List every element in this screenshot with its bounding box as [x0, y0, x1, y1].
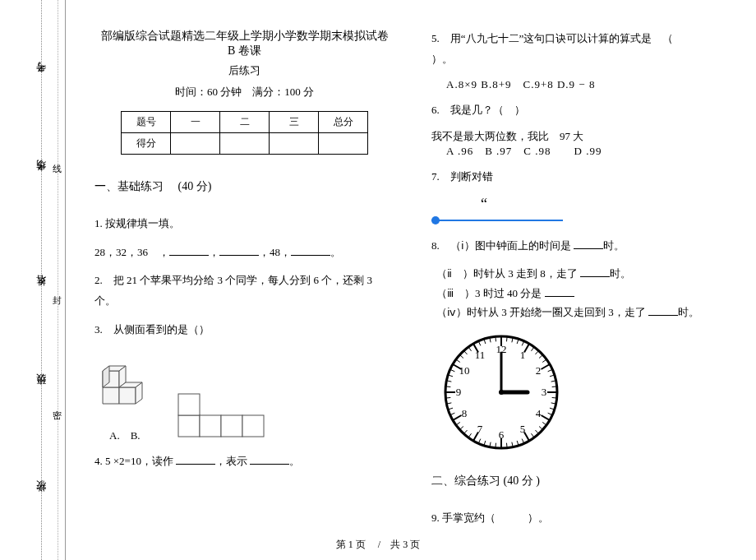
q8-4a: （ⅳ）时针从 3 开始绕一圈又走回到 3，走了 [436, 306, 646, 318]
svg-text:7: 7 [477, 423, 483, 435]
q3-options: A. B. [109, 428, 141, 443]
svg-line-31 [552, 397, 557, 398]
td-score-3 [270, 133, 319, 155]
clock-icon: 123456789101112 [440, 331, 563, 454]
binding-label-name: 姓名： [35, 280, 48, 294]
q5-paren: ）。 [431, 53, 453, 65]
svg-text:9: 9 [456, 386, 462, 398]
blank-input[interactable] [545, 285, 574, 297]
svg-text:1: 1 [520, 349, 526, 361]
clock-figure: 123456789101112 [440, 331, 731, 457]
td-score-label: 得分 [122, 133, 171, 155]
right-column: 5. 用“八九七十二”这句口诀可以计算的算式是 （）。 A.8×9 B.8+9 … [411, 0, 748, 560]
q8-4b: 时。 [678, 306, 699, 318]
td-score-1 [171, 133, 220, 155]
slider-dot-icon [431, 216, 440, 224]
binding-label-class: 班级： [35, 378, 48, 393]
score-table: 题号 一 二 三 总分 得分 [121, 111, 368, 155]
blank-input[interactable] [291, 244, 330, 256]
q8-2b: 时。 [610, 267, 631, 280]
table-row: 得分 [122, 133, 368, 155]
time-label: 时间： [175, 86, 207, 98]
th-3: 三 [270, 112, 319, 133]
th-total: 总分 [319, 112, 368, 133]
q4-prefix: 4. 5 ×2=10，读作 [94, 455, 173, 467]
blank-input[interactable] [219, 244, 259, 256]
q5-text: 5. 用“八九七十二”这句口诀可以计算的算式是 （ [431, 32, 673, 44]
svg-rect-12 [242, 415, 264, 437]
blank-input[interactable] [648, 304, 678, 316]
svg-rect-11 [221, 415, 242, 437]
q3-text: 3. 从侧面看到的是（） [94, 320, 394, 340]
q8-2a: （ⅱ ）时针从 3 走到 8，走了 [436, 267, 578, 280]
q8-rest: （ⅱ ）时针从 3 走到 8，走了 时。 （ⅲ ）3 时过 40 分是 （ⅳ）时… [436, 264, 731, 322]
svg-text:5: 5 [520, 423, 526, 435]
q6-opts: A .96 B .97 C .98 D .99 [446, 144, 731, 159]
q2-text: 2. 把 21 个苹果平均分给 3 个同学，每人分到 6 个，还剩 3 个。 [94, 271, 394, 311]
section1-heading: 一、基础练习 (40 分) [94, 179, 394, 194]
q6-text: 6. 我是几？（ ） [431, 100, 731, 121]
th-2: 二 [220, 112, 270, 133]
q4-end: 。 [289, 455, 300, 467]
svg-rect-10 [200, 415, 221, 437]
q4-mid: ，表示 [215, 455, 247, 467]
page-footer: 第 1 页 / 共 3 页 [0, 538, 756, 552]
slider-bar-icon [431, 220, 563, 221]
q8-line1: 8. （ⅰ）图中钟面上的时间是 时。 [431, 236, 731, 257]
blank-input[interactable] [580, 266, 610, 277]
q5-opts: A.8×9 B.8+9 C.9+8 D.9 − 8 [446, 77, 731, 92]
time-info: 时间：60 分钟 满分：100 分 [94, 85, 394, 100]
svg-marker-1 [119, 387, 136, 404]
svg-text:11: 11 [475, 349, 486, 361]
q6-line2: 我不是最大两位数，我比 97 大 [431, 129, 731, 144]
q3-opt-a: A. [109, 429, 120, 442]
blank-input[interactable] [176, 453, 215, 465]
blank-input[interactable] [169, 244, 209, 256]
svg-line-74 [496, 336, 496, 341]
q1-seq-prefix: 28，32，36 ， [94, 246, 169, 258]
blank-input[interactable] [574, 238, 603, 249]
binding-label-room: 考场： [35, 164, 48, 179]
svg-line-29 [552, 386, 557, 387]
exam-title: 部编版综合试题精选二年级上学期小学数学期末模拟试卷 B 卷课 [94, 29, 394, 58]
svg-line-59 [445, 397, 450, 398]
q8-1a: 8. （ⅰ）图中钟面上的时间是 [431, 239, 571, 252]
cube-figure-a-icon [94, 351, 160, 417]
blank-input[interactable] [250, 453, 289, 465]
td-score-total [319, 133, 368, 155]
svg-text:8: 8 [462, 407, 468, 419]
binding-label-school: 学校： [35, 485, 48, 500]
svg-line-16 [506, 336, 507, 341]
binding-label-examid: 考号： [35, 66, 48, 81]
q1: 1. 按规律填一填。 [94, 214, 394, 234]
q8-1b: 时。 [603, 239, 625, 252]
full-value: 100 分 [284, 86, 314, 98]
time-value: 60 分钟 [207, 86, 242, 98]
full-label: 满分： [252, 86, 284, 98]
svg-text:3: 3 [542, 386, 547, 398]
content-area: 部编版综合试题精选二年级上学期小学数学期末模拟试卷 B 卷课 后练习 时间：60… [74, 0, 748, 560]
binding-strip: 考号： 线 考场： 姓名： 封 班级： 密 学校： [0, 0, 66, 560]
svg-text:10: 10 [459, 364, 469, 377]
th-num: 题号 [122, 112, 171, 133]
q1-seq: 28，32，36 ，，，48，。 [94, 243, 394, 263]
svg-text:4: 4 [536, 407, 542, 419]
svg-line-46 [496, 442, 496, 447]
cubes-figure: A. B. [94, 348, 394, 447]
svg-line-61 [445, 386, 450, 387]
table-row: 题号 一 二 三 总分 [122, 112, 368, 133]
svg-line-44 [506, 442, 507, 447]
th-1: 一 [171, 112, 220, 133]
q5: 5. 用“八九七十二”这句口诀可以计算的算式是 （）。 [431, 29, 731, 69]
q7-quote: “ [481, 196, 731, 213]
q1-seq-mid2: ，48， [259, 246, 291, 258]
svg-text:2: 2 [536, 364, 542, 377]
q1-seq-mid: ， [209, 246, 219, 258]
q7-text: 7. 判断对错 [431, 167, 731, 187]
binding-dots-outer [58, 0, 58, 560]
svg-rect-9 [178, 394, 200, 415]
q1-seq-end: 。 [330, 246, 341, 258]
q4: 4. 5 ×2=10，读作 ，表示 。 [94, 451, 394, 472]
q8-3: （ⅲ ）3 时过 40 分是 [436, 287, 542, 299]
cube-figure-b-icon [177, 389, 308, 447]
